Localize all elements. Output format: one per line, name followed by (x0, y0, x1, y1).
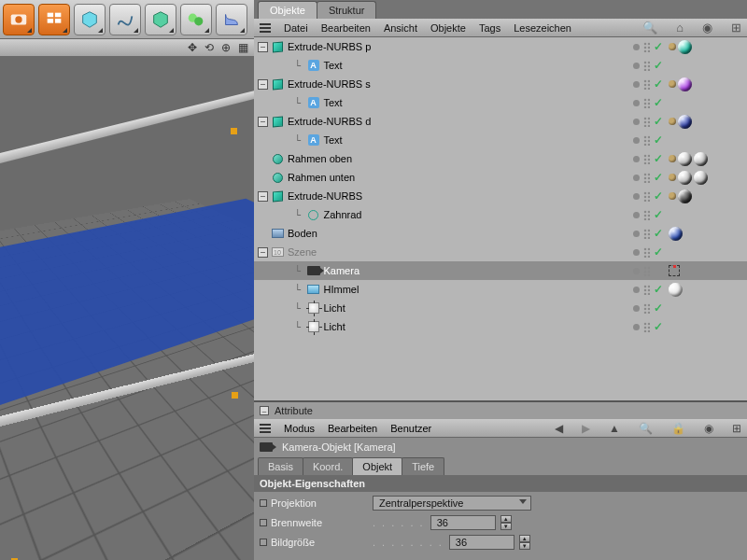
visibility-toggles[interactable]: ✓ (633, 171, 663, 184)
visibility-toggles[interactable]: ✓ (633, 245, 663, 259)
search-icon[interactable]: 🔍 (639, 422, 653, 435)
attr-object-name: Kamera-Objekt [Kamera] (282, 441, 396, 453)
spline-button[interactable] (109, 4, 141, 35)
visibility-toggles[interactable]: ✓ (633, 208, 663, 221)
viewport-toolbar[interactable]: ✥ ⟲ ⊕ ▦ (0, 39, 254, 56)
visibility-toggles[interactable]: ✓ (633, 283, 663, 296)
tree-row[interactable]: └ Kamera (254, 261, 747, 280)
tab-structure[interactable]: Struktur (317, 1, 377, 19)
tag-column[interactable] (669, 37, 692, 56)
visibility-toggles[interactable]: ✓ (633, 227, 663, 240)
collapse-icon[interactable]: – (260, 406, 269, 415)
filmsize-spinner[interactable]: ▲▼ (519, 535, 530, 550)
tree-row[interactable]: └ Zahnrad✓ (254, 205, 747, 224)
eye-icon[interactable]: ◉ (702, 21, 712, 35)
tree-row[interactable]: └ Licht✓ (254, 317, 747, 336)
svg-rect-5 (55, 19, 61, 23)
menu-objects[interactable]: Objekte (430, 22, 466, 34)
visibility-toggles[interactable]: ✓ (633, 152, 663, 165)
tree-row[interactable]: └ HImmel✓ (254, 280, 747, 299)
zoom-icon[interactable]: ⊕ (221, 41, 231, 54)
tree-row[interactable]: –Extrude-NURBS✓ (254, 187, 747, 205)
object-tree[interactable]: –Extrude-NURBS p✓ └ AText✓–Extrude-NURBS… (254, 37, 747, 401)
search-icon[interactable]: 🔍 (642, 21, 657, 35)
tree-row[interactable]: └ AText✓ (254, 93, 747, 112)
back-icon[interactable]: ◀ (555, 422, 563, 435)
tab-objects[interactable]: Objekte (258, 1, 317, 19)
attributes-panel: – Attribute Modus Bearbeiten Benutzer ◀ … (254, 401, 747, 560)
object-label: HImmel (324, 284, 436, 295)
attr-tab-tiefe[interactable]: Tiefe (402, 457, 444, 475)
layout-icon[interactable]: ▦ (238, 41, 248, 54)
expand-icon[interactable]: ⊞ (731, 21, 741, 35)
nurbs-button[interactable] (145, 4, 176, 35)
object-icon (271, 77, 284, 91)
visibility-toggles[interactable]: ✓ (633, 40, 663, 53)
render-settings-button[interactable] (38, 4, 70, 35)
svg-rect-4 (48, 19, 53, 23)
menu-edit[interactable]: Bearbeiten (321, 22, 371, 34)
rotate-icon[interactable]: ⟲ (204, 41, 214, 54)
tree-row[interactable]: –10Szene✓ (254, 243, 747, 261)
menu-tags[interactable]: Tags (479, 22, 500, 34)
visibility-toggles[interactable] (633, 266, 650, 276)
menu-edit2[interactable]: Bearbeiten (328, 423, 377, 434)
move-icon[interactable]: ✥ (188, 41, 197, 54)
visibility-toggles[interactable]: ✓ (633, 133, 663, 147)
object-icon: A (307, 59, 320, 72)
tree-row[interactable]: –Extrude-NURBS s✓ (254, 75, 747, 93)
tag-column[interactable] (669, 112, 692, 131)
menu-bookmarks[interactable]: Lesezeichen (514, 22, 571, 34)
panel-menu-icon[interactable] (260, 424, 271, 433)
attr-tabs: Basis Koord. Objekt Tiefe (254, 456, 747, 475)
tag-column[interactable] (669, 280, 683, 299)
filmsize-input[interactable]: 36 (449, 535, 514, 550)
tag-column[interactable] (669, 224, 683, 243)
tree-row[interactable]: └ AText✓ (254, 131, 747, 149)
attr-tab-basis[interactable]: Basis (258, 457, 303, 475)
visibility-toggles[interactable]: ✓ (633, 59, 663, 72)
tree-row[interactable]: └ AText✓ (254, 56, 747, 75)
tree-row[interactable]: └ Licht✓ (254, 299, 747, 317)
fwd-icon[interactable]: ▶ (582, 422, 590, 435)
deformer-button[interactable] (216, 4, 247, 35)
modeling-button[interactable] (180, 4, 212, 35)
panel-menu-icon[interactable] (260, 23, 271, 33)
visibility-toggles[interactable]: ✓ (633, 301, 663, 315)
object-label: Extrude-NURBS (288, 190, 400, 202)
tag-column[interactable] (669, 75, 692, 93)
tag-column[interactable] (669, 187, 692, 205)
visibility-toggles[interactable]: ✓ (633, 96, 663, 109)
tree-row[interactable]: –Extrude-NURBS d✓ (254, 112, 747, 131)
focal-input[interactable]: 36 (430, 515, 496, 530)
tree-row[interactable]: Rahmen unten✓ (254, 168, 747, 187)
tree-row[interactable]: Boden✓ (254, 224, 747, 243)
attr-tab-objekt[interactable]: Objekt (352, 457, 402, 475)
object-icon (307, 301, 320, 315)
primitive-cube-button[interactable] (74, 4, 106, 35)
expand-icon[interactable]: ⊞ (732, 422, 741, 435)
lock-icon[interactable]: 🔒 (671, 422, 685, 435)
visibility-toggles[interactable]: ✓ (633, 320, 663, 333)
render-button[interactable] (3, 4, 35, 35)
menu-mode[interactable]: Modus (284, 423, 315, 434)
menu-user[interactable]: Benutzer (390, 423, 431, 434)
object-icon (271, 40, 284, 53)
focal-spinner[interactable]: ▲▼ (500, 515, 512, 530)
menu-view[interactable]: Ansicht (384, 22, 417, 34)
visibility-toggles[interactable]: ✓ (633, 115, 663, 128)
viewport-canvas[interactable]: psd (0, 56, 254, 560)
tag-column[interactable] (669, 168, 708, 187)
tree-row[interactable]: Rahmen oben✓ (254, 149, 747, 168)
menu-file[interactable]: Datei (284, 22, 308, 34)
tree-row[interactable]: –Extrude-NURBS p✓ (254, 37, 747, 56)
attr-tab-koord[interactable]: Koord. (303, 457, 353, 475)
visibility-toggles[interactable]: ✓ (633, 189, 663, 203)
up-icon[interactable]: ▲ (609, 422, 620, 435)
home-icon[interactable]: ⌂ (676, 21, 684, 35)
visibility-toggles[interactable]: ✓ (633, 77, 663, 91)
eye-icon[interactable]: ◉ (704, 422, 713, 435)
projection-dropdown[interactable]: Zentralperspektive (373, 496, 531, 511)
tag-column[interactable] (669, 149, 708, 168)
tag-column[interactable] (669, 261, 680, 280)
